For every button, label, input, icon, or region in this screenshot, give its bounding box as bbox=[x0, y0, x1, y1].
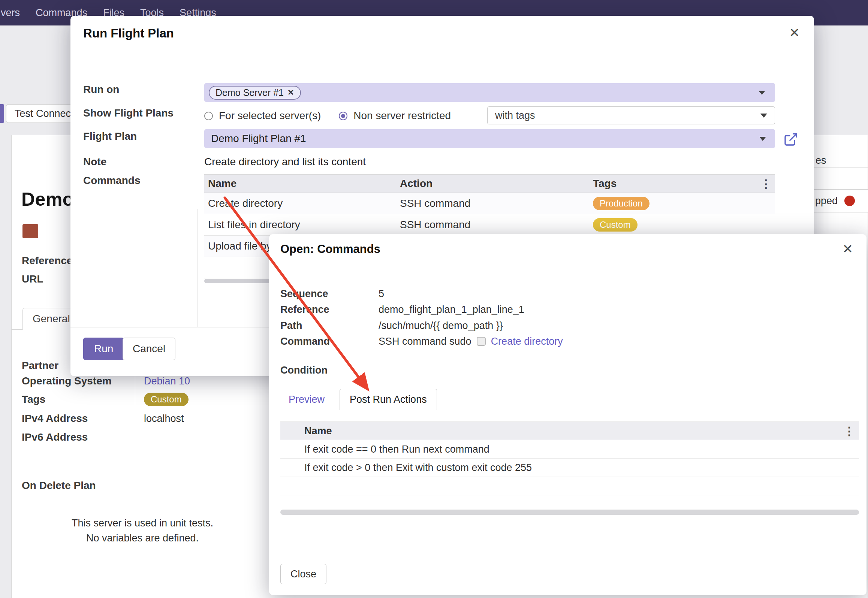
divider bbox=[70, 50, 814, 50]
cell-action: SSH command bbox=[396, 219, 589, 231]
on-delete-plan-label: On Delete Plan bbox=[22, 478, 96, 493]
field-path: Path /such/much/{{ demo_path }} bbox=[280, 318, 503, 333]
run-on-label: Run on bbox=[83, 82, 119, 97]
condition-label: Condition bbox=[280, 365, 374, 376]
reference-label: Reference bbox=[280, 304, 374, 315]
url-label: URL bbox=[22, 272, 43, 287]
col-header-name: Name bbox=[204, 178, 396, 190]
tag-badge: Production bbox=[593, 197, 650, 210]
cancel-button[interactable]: Cancel bbox=[123, 338, 175, 360]
reference-value: demo_flight_plan_1_plan_line_1 bbox=[379, 304, 524, 315]
table-row[interactable]: If exit code > 0 then Exit with custom e… bbox=[280, 459, 859, 477]
kebab-menu-icon[interactable]: ⋮ bbox=[753, 177, 775, 190]
show-flight-plans-label: Show Flight Plans bbox=[83, 106, 174, 121]
server-name-heading: Demo bbox=[21, 188, 74, 210]
close-icon[interactable]: ✕ bbox=[789, 26, 800, 39]
test-connection-label: Test Connec bbox=[15, 108, 71, 120]
ipv4-label: IPv4 Address bbox=[22, 411, 88, 426]
radio-for-selected-servers[interactable] bbox=[204, 112, 213, 120]
status-label-fragment: pped bbox=[815, 195, 838, 207]
notebook-tabs: Preview Post Run Actions bbox=[280, 389, 859, 410]
chip-remove-icon[interactable]: ✕ bbox=[287, 88, 294, 97]
edge-button-fragment[interactable] bbox=[0, 104, 4, 123]
kebab-menu-icon[interactable]: ⋮ bbox=[837, 425, 859, 438]
table-row-empty bbox=[280, 477, 859, 495]
selector-column bbox=[280, 422, 302, 440]
radio-non-server-restricted[interactable] bbox=[339, 112, 347, 120]
cell-action: SSH command bbox=[396, 197, 589, 209]
field-condition: Condition bbox=[280, 363, 379, 378]
tab-general-label: General bbox=[33, 313, 70, 325]
radio-non-server-restricted-label[interactable]: Non server restricted bbox=[353, 110, 451, 122]
test-connection-button[interactable]: Test Connec bbox=[6, 104, 79, 123]
run-button[interactable]: Run bbox=[83, 338, 124, 360]
col-header-tags: Tags bbox=[589, 178, 753, 190]
caret-down-icon bbox=[759, 137, 766, 141]
tag-badge: Custom bbox=[593, 218, 638, 232]
status-dot bbox=[844, 196, 855, 206]
reference-label: Reference bbox=[22, 253, 72, 268]
server-chip-label: Demo Server #1 bbox=[216, 87, 284, 98]
server-chip[interactable]: Demo Server #1 ✕ bbox=[209, 86, 301, 100]
table-row[interactable]: Create directory SSH command Production bbox=[204, 193, 775, 214]
flight-plan-label: Flight Plan bbox=[83, 129, 137, 144]
note-line: No variables are defined. bbox=[22, 531, 262, 546]
divider bbox=[814, 167, 868, 168]
partner-label: Partner bbox=[22, 358, 58, 373]
with-tags-value: with tags bbox=[495, 110, 535, 121]
cell-name: If exit code == 0 then Run next command bbox=[302, 444, 837, 455]
flight-plan-select[interactable]: Demo Flight Plan #1 bbox=[204, 129, 775, 148]
col-header-action: Action bbox=[396, 178, 589, 190]
caret-down-icon bbox=[759, 91, 765, 95]
tab-label-fragment[interactable]: es bbox=[816, 154, 826, 167]
radio-for-selected-servers-label[interactable]: For selected server(s) bbox=[219, 110, 321, 122]
create-directory-link[interactable]: Create directory bbox=[491, 336, 563, 347]
server-scope-radios: For selected server(s) Non server restri… bbox=[204, 107, 451, 124]
sequence-value: 5 bbox=[379, 288, 384, 300]
cell-name: List files in directory bbox=[204, 219, 396, 231]
command-label: Command bbox=[280, 336, 374, 347]
post-run-actions-table: Name ⋮ If exit code == 0 then Run next c… bbox=[280, 422, 859, 495]
server-notes: This server is used in unit tests. No va… bbox=[22, 516, 262, 546]
field-command: Command SSH command sudo Create director… bbox=[280, 334, 563, 349]
note-line: This server is used in unit tests. bbox=[22, 516, 262, 531]
create-directory-checkbox[interactable] bbox=[477, 337, 486, 346]
flight-plan-note-text: Create directory and list its content bbox=[204, 154, 366, 169]
open-commands-dialog: Open: Commands ✕ Sequence 5 Reference de… bbox=[269, 234, 867, 595]
navbar-item-servers[interactable]: vers bbox=[1, 7, 20, 19]
close-button[interactable]: Close bbox=[280, 564, 326, 584]
note-label: Note bbox=[83, 154, 106, 169]
path-label: Path bbox=[280, 320, 374, 332]
cell-name: Create directory bbox=[204, 197, 396, 209]
col-header-name: Name bbox=[302, 425, 837, 437]
horizontal-scrollbar[interactable] bbox=[280, 510, 859, 515]
commands-table-header: Name Action Tags ⋮ bbox=[204, 174, 775, 193]
command-value: SSH command sudo bbox=[379, 336, 471, 347]
tab-preview[interactable]: Preview bbox=[280, 389, 333, 410]
commands-label: Commands bbox=[83, 173, 140, 188]
field-reference: Reference demo_flight_plan_1_plan_line_1 bbox=[280, 302, 524, 317]
ipv6-label: IPv6 Address bbox=[22, 430, 88, 445]
dialog-title: Open: Commands bbox=[280, 242, 380, 256]
tag-badge-custom: Custom bbox=[144, 393, 189, 406]
caret-down-icon bbox=[760, 114, 767, 118]
divider bbox=[269, 273, 867, 273]
path-value: /such/much/{{ demo_path }} bbox=[379, 320, 503, 332]
table-row[interactable]: List files in directory SSH command Cust… bbox=[204, 214, 775, 236]
divider bbox=[198, 209, 198, 327]
table-row[interactable]: If exit code == 0 then Run next command bbox=[280, 440, 859, 459]
run-on-select[interactable]: Demo Server #1 ✕ bbox=[204, 83, 775, 102]
external-link-icon[interactable] bbox=[783, 132, 798, 147]
tags-value: Custom bbox=[144, 392, 189, 407]
screenshot-root: vers Commands Files Tools Settings Test … bbox=[0, 0, 868, 598]
divider bbox=[373, 287, 373, 380]
tags-label: Tags bbox=[22, 392, 45, 407]
with-tags-select[interactable]: with tags bbox=[487, 106, 775, 124]
server-color-swatch[interactable] bbox=[22, 224, 38, 238]
divider bbox=[135, 481, 135, 496]
post-run-actions-header: Name ⋮ bbox=[280, 422, 859, 440]
flight-plan-value: Demo Flight Plan #1 bbox=[211, 133, 306, 145]
sequence-label: Sequence bbox=[280, 288, 374, 300]
close-icon[interactable]: ✕ bbox=[843, 242, 853, 255]
tab-post-run-actions[interactable]: Post Run Actions bbox=[340, 389, 437, 410]
